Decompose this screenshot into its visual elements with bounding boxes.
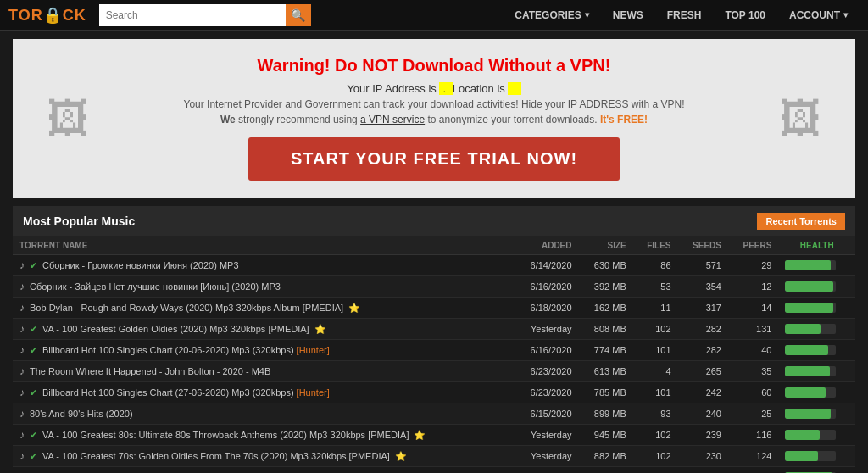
torrent-name-cell: ♪✔VA - 100 Greatest 70s: Golden Oldies F… xyxy=(13,446,513,467)
torrent-files: 4 xyxy=(633,361,678,382)
content-area: Most Popular Music Recent Torrents TORRE… xyxy=(13,206,855,473)
torrent-files: 102 xyxy=(633,425,678,446)
header: TOR🔒CK 🔍 CATEGORIES ▾ NEWS FRESH TOP 100… xyxy=(0,0,868,31)
torrent-files: 50 xyxy=(633,467,678,474)
health-bar-fill xyxy=(785,387,826,398)
torrent-added: 6/14/2020 xyxy=(513,255,578,276)
col-name: TORRENT NAME xyxy=(13,236,513,255)
torrent-title[interactable]: Bob Dylan - Rough and Rowdy Ways (2020) … xyxy=(30,303,343,313)
health-bar-fill xyxy=(785,345,828,355)
torrent-peers: 40 xyxy=(728,340,778,361)
torrent-title[interactable]: Billboard Hot 100 Singles Chart (27-06-2… xyxy=(42,387,330,398)
vpn-link[interactable]: a VPN service xyxy=(360,114,425,125)
torrent-size: 392 MB xyxy=(579,276,633,298)
torrent-health xyxy=(778,255,855,276)
torrent-title[interactable]: The Room Where It Happened - John Bolton… xyxy=(30,366,270,376)
banner-image-left: 🖼 xyxy=(47,94,89,143)
torrent-size: 785 MB xyxy=(579,382,633,403)
torrent-peers: 12 xyxy=(728,276,778,298)
torrent-name-cell: ♪✔Billboard Hot 100 Singles Chart (27-06… xyxy=(13,382,513,403)
health-bar-bg xyxy=(785,387,836,398)
star-icon: ⭐ xyxy=(348,303,360,314)
health-bar-fill xyxy=(785,430,820,440)
health-bar-fill xyxy=(785,324,821,334)
search-form: 🔍 xyxy=(99,4,320,26)
torrent-title[interactable]: VA - 100 Greatest 70s: Golden Oldies Fro… xyxy=(42,451,390,461)
hunter-tag: [Hunter] xyxy=(297,387,330,398)
torrent-added: 6/16/2020 xyxy=(513,276,578,298)
health-bar-fill xyxy=(785,281,833,292)
star-icon: ⭐ xyxy=(395,451,407,462)
torrent-added: Yesterday xyxy=(513,446,578,467)
torrent-health xyxy=(778,425,855,446)
torrent-files: 101 xyxy=(633,340,678,361)
logo[interactable]: TOR🔒CK xyxy=(8,6,86,25)
torrent-name-cell: ♪The Room Where It Happened - John Bolto… xyxy=(13,361,513,382)
popular-title: Most Popular Music xyxy=(23,214,135,228)
verified-icon: ✔ xyxy=(30,451,37,462)
nav-top100[interactable]: TOP 100 xyxy=(713,0,777,31)
music-icon: ♪ xyxy=(19,450,25,462)
ip-value: . xyxy=(439,82,452,95)
torrent-health xyxy=(778,361,855,382)
recent-torrents-button[interactable]: Recent Torrents xyxy=(757,213,845,230)
torrent-peers: 15 xyxy=(728,467,778,474)
torrent-size: 808 MB xyxy=(579,319,633,340)
nav-categories[interactable]: CATEGORIES ▾ xyxy=(503,0,600,31)
vpn-recommend-line: We strongly recommend using a VPN servic… xyxy=(21,114,847,125)
search-input[interactable] xyxy=(99,4,286,26)
nav-news[interactable]: NEWS xyxy=(601,0,655,31)
torrent-added: 6/21/2020 xyxy=(513,467,578,474)
cta-button[interactable]: START YOUR FREE TRIAL NOW! xyxy=(248,137,620,181)
torrent-peers: 25 xyxy=(728,403,778,425)
table-row: ♪Bob Dylan - Rough and Rowdy Ways (2020)… xyxy=(13,298,855,319)
torrent-size: 882 MB xyxy=(579,446,633,467)
search-button[interactable]: 🔍 xyxy=(286,4,311,26)
table-row: ♪The Room Where It Happened - John Bolto… xyxy=(13,361,855,382)
torrent-health xyxy=(778,276,855,298)
torrent-health xyxy=(778,298,855,319)
search-icon: 🔍 xyxy=(291,8,305,22)
torrent-title[interactable]: Billboard Hot 100 Singles Chart (20-06-2… xyxy=(42,345,330,355)
nav-fresh[interactable]: FRESH xyxy=(655,0,714,31)
health-bar-bg xyxy=(785,409,836,419)
torrent-seeds: 282 xyxy=(678,340,728,361)
torrent-title[interactable]: Сборник - Громкие новинки Июня (2020) MP… xyxy=(42,260,239,270)
torrent-seeds: 226 xyxy=(678,467,728,474)
torrent-name-cell: ♪Сборник - Зайцев Нет лучшие новинки [Ию… xyxy=(13,276,513,298)
torrent-peers: 35 xyxy=(728,361,778,382)
health-bar-fill xyxy=(785,260,831,270)
health-bar-bg xyxy=(785,303,836,313)
torrent-peers: 116 xyxy=(728,425,778,446)
torrent-title[interactable]: 80's And 90's Hits (2020) xyxy=(30,409,133,419)
table-row: ♪✔VA - 100 Greatest 80s: Ultimate 80s Th… xyxy=(13,425,855,446)
track-line: Your Internet Provider and Government ca… xyxy=(21,98,847,110)
torrent-name-cell: ♪80's And 90's Hits (2020) xyxy=(13,403,513,425)
torrent-seeds: 317 xyxy=(678,298,728,319)
col-health: HEALTH xyxy=(778,236,855,255)
torrent-name-cell: ♪Bob Dylan - Rough and Rowdy Ways (2020)… xyxy=(13,298,513,319)
col-size: SIZE xyxy=(579,236,633,255)
torrent-name-cell: ♪✔Сборник - Громкие новинки Июня (2020) … xyxy=(13,255,513,276)
torrent-size: 899 MB xyxy=(579,403,633,425)
free-text: It's FREE! xyxy=(600,114,648,125)
torrent-peers: 29 xyxy=(728,255,778,276)
torrent-files: 102 xyxy=(633,319,678,340)
music-icon: ♪ xyxy=(19,387,25,398)
torrent-health xyxy=(778,467,855,474)
vpn-banner: 🖼 🖼 Warning! Do NOT Download Without a V… xyxy=(13,39,855,198)
nav-account[interactable]: ACCOUNT ▾ xyxy=(777,0,860,31)
logo-text: TOR xyxy=(8,7,43,24)
torrent-title[interactable]: Сборник - Зайцев Нет лучшие новинки [Июн… xyxy=(30,281,281,292)
torrent-peers: 60 xyxy=(728,382,778,403)
ip-line: Your IP Address is . Location is xyxy=(21,82,847,95)
torrent-files: 53 xyxy=(633,276,678,298)
torrent-health xyxy=(778,319,855,340)
torrent-peers: 131 xyxy=(728,319,778,340)
torrent-title[interactable]: VA - 100 Greatest 80s: Ultimate 80s Thro… xyxy=(42,430,409,440)
torrent-size: 630 MB xyxy=(579,255,633,276)
table-row: ♪✔Сборник - Громкие новинки Июня (2020) … xyxy=(13,255,855,276)
torrent-title[interactable]: VA - 100 Greatest Golden Oldies (2020) M… xyxy=(42,324,309,334)
table-row: ♪✔Billboard Hot 100 Singles Chart (27-06… xyxy=(13,382,855,403)
health-bar-fill xyxy=(785,303,833,313)
